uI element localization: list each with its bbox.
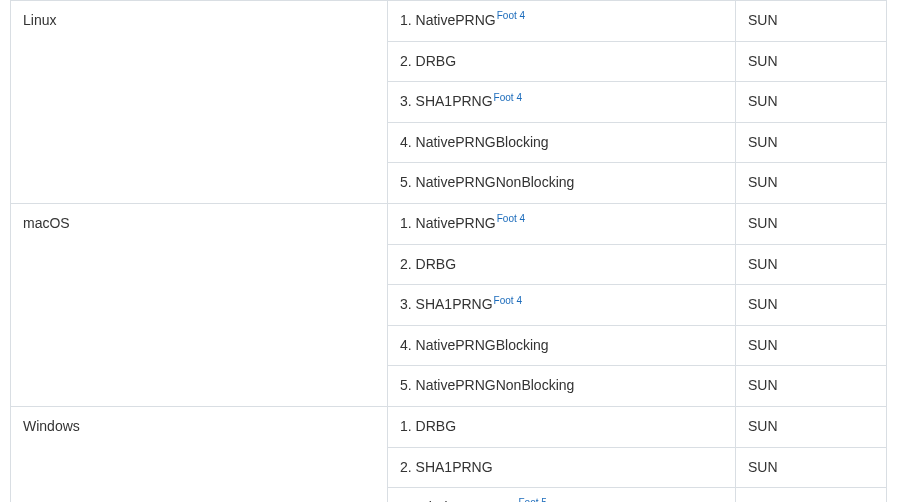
algorithm-cell: 3. SHA1PRNGFoot 4 [388,82,736,123]
provider-cell: SUN [736,366,887,407]
algorithm-cell: 3. Windows-PRNGFoot 5 [388,488,736,502]
algorithm-number: 3 [400,93,408,109]
os-cell: Windows [11,406,388,502]
algorithm-number: 4 [400,134,408,150]
provider-cell: SUN [736,1,887,42]
algorithm-number: 1 [400,12,408,28]
table-row: Linux1. NativePRNGFoot 4SUN [11,1,887,42]
algorithm-name: NativePRNG [416,215,496,231]
algorithm-name: SHA1PRNG [416,93,493,109]
algorithm-cell: 1. NativePRNGFoot 4 [388,203,736,244]
algorithm-name: DRBG [416,256,456,272]
footnote-ref[interactable]: Foot 4 [497,10,525,21]
algorithm-cell: 1. NativePRNGFoot 4 [388,1,736,42]
provider-cell: SUN [736,325,887,366]
provider-cell: SUN [736,82,887,123]
algorithm-number: 2 [400,53,408,69]
algorithm-cell: 4. NativePRNGBlocking [388,325,736,366]
provider-cell: SUN [736,203,887,244]
algorithm-cell: 5. NativePRNGNonBlocking [388,366,736,407]
algorithm-cell: 2. SHA1PRNG [388,447,736,488]
algorithm-number: 3 [400,296,408,312]
algorithm-cell: 3. SHA1PRNGFoot 4 [388,285,736,326]
algorithm-name: DRBG [416,418,456,434]
algorithm-cell: 2. DRBG [388,41,736,82]
provider-cell: SUN [736,285,887,326]
algorithm-number: 1 [400,418,408,434]
algorithm-name: NativePRNGBlocking [416,134,549,150]
algorithm-number: 1 [400,215,408,231]
algorithm-number: 2 [400,256,408,272]
algorithm-name: NativePRNGNonBlocking [416,377,575,393]
algorithm-name: NativePRNGNonBlocking [416,174,575,190]
provider-cell: SUN [736,41,887,82]
provider-cell: SunMSCAPI [736,488,887,502]
algorithm-cell: 1. DRBG [388,406,736,447]
algorithm-number: 2 [400,459,408,475]
provider-cell: SUN [736,122,887,163]
footnote-ref[interactable]: Foot 4 [497,213,525,224]
footnote-ref[interactable]: Foot 5 [518,497,546,502]
os-cell: macOS [11,203,388,406]
algorithm-name: SHA1PRNG [416,459,493,475]
provider-cell: SUN [736,406,887,447]
algorithm-number: 5 [400,174,408,190]
algorithm-name: DRBG [416,53,456,69]
algorithm-number: 4 [400,337,408,353]
algorithm-name: SHA1PRNG [416,296,493,312]
algorithm-cell: 4. NativePRNGBlocking [388,122,736,163]
algorithm-number: 5 [400,377,408,393]
provider-cell: SUN [736,163,887,204]
provider-cell: SUN [736,447,887,488]
footnote-ref[interactable]: Foot 4 [494,92,522,103]
algorithm-cell: 2. DRBG [388,244,736,285]
footnote-ref[interactable]: Foot 4 [494,295,522,306]
table-row: macOS1. NativePRNGFoot 4SUN [11,203,887,244]
prng-providers-table: Linux1. NativePRNGFoot 4SUN2. DRBGSUN3. … [10,0,887,502]
algorithm-cell: 5. NativePRNGNonBlocking [388,163,736,204]
algorithm-name: NativePRNG [416,12,496,28]
table-row: Windows1. DRBGSUN [11,406,887,447]
os-cell: Linux [11,1,388,204]
algorithm-name: NativePRNGBlocking [416,337,549,353]
provider-cell: SUN [736,244,887,285]
